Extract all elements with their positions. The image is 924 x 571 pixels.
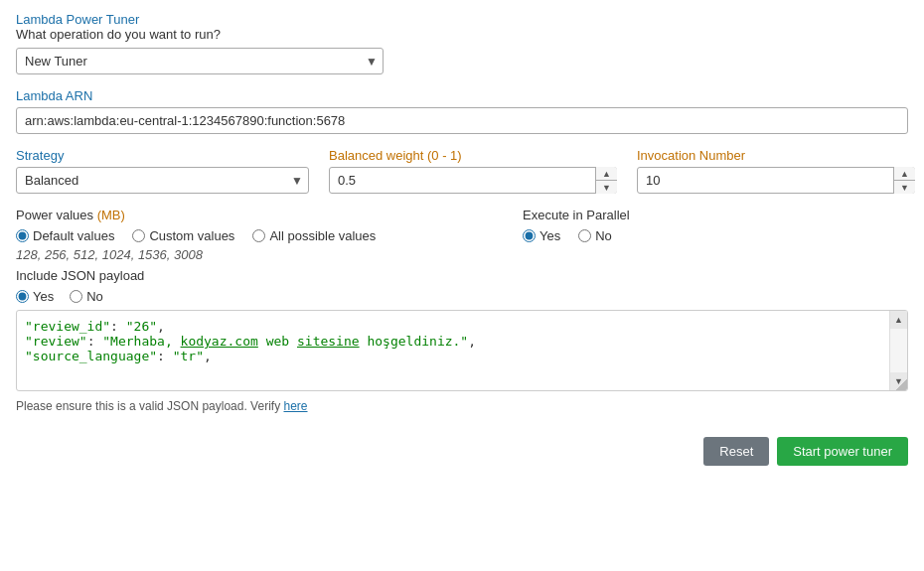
power-default-option[interactable]: Default values — [16, 228, 114, 243]
lambda-arn-label: Lambda ARN — [16, 88, 908, 103]
json-line-3: "source_language": "tr", — [25, 349, 879, 363]
json-no-option[interactable]: No — [70, 289, 103, 304]
balanced-weight-wrapper: ▲ ▼ — [329, 167, 617, 194]
power-all-label: All possible values — [269, 228, 376, 243]
power-values-section: Power values (MB) Default values Custom … — [16, 208, 483, 262]
scroll-up-button[interactable]: ▲ — [890, 311, 907, 329]
power-custom-radio[interactable] — [132, 229, 145, 242]
verify-text-container: Please ensure this is a valid JSON paylo… — [16, 399, 908, 413]
power-values-label: Power values (MB) — [16, 208, 483, 222]
invocation-number-col: Invocation Number ▲ ▼ — [637, 148, 915, 194]
invocation-number-label: Invocation Number — [637, 148, 915, 163]
power-all-option[interactable]: All possible values — [252, 228, 376, 243]
strategy-select[interactable]: Balanced Cost Speed — [16, 167, 309, 194]
strategy-select-wrapper: Balanced Cost Speed ▼ — [16, 167, 309, 194]
reset-button[interactable]: Reset — [703, 437, 769, 466]
balanced-spin-up[interactable]: ▲ — [596, 167, 617, 181]
start-power-tuner-button[interactable]: Start power tuner — [777, 437, 908, 466]
scroll-track — [890, 329, 907, 372]
json-key-review-id: "review_id" — [25, 319, 110, 334]
strategy-label: Strategy — [16, 148, 309, 163]
invocation-spinners: ▲ ▼ — [893, 167, 915, 194]
balanced-weight-input[interactable] — [329, 167, 617, 194]
app-title: Lambda Power Tuner — [16, 12, 139, 27]
power-default-label: Default values — [33, 228, 114, 243]
balanced-weight-col: Balanced weight (0 - 1) ▲ ▼ — [329, 148, 617, 194]
strategy-col: Strategy Balanced Cost Speed ▼ — [16, 148, 309, 194]
verify-message: Please ensure this is a valid JSON paylo… — [16, 399, 280, 413]
execute-parallel-label: Execute in Parallel — [523, 208, 908, 222]
balanced-spinners: ▲ ▼ — [595, 167, 617, 194]
json-key-source-lang: "source_language" — [25, 349, 157, 363]
json-no-radio[interactable] — [70, 290, 82, 303]
power-default-radio[interactable] — [16, 229, 29, 242]
lambda-arn-input[interactable] — [16, 107, 908, 134]
invocation-number-wrapper: ▲ ▼ — [637, 167, 915, 194]
balanced-weight-label: Balanced weight (0 - 1) — [329, 148, 617, 163]
power-values-radio-group: Default values Custom values All possibl… — [16, 228, 483, 243]
json-payload-radio-group: Yes No — [16, 289, 908, 304]
execute-no-label: No — [595, 228, 612, 243]
json-textarea-wrapper: "review_id": "26", "review": "Merhaba, k… — [16, 310, 908, 391]
operation-select-wrapper: New Tuner Existing Tuner ▼ — [16, 48, 384, 74]
power-defaults-text: 128, 256, 512, 1024, 1536, 3008 — [16, 247, 483, 262]
power-custom-option[interactable]: Custom values — [132, 228, 234, 243]
json-yes-radio[interactable] — [16, 290, 29, 303]
power-all-radio[interactable] — [252, 229, 265, 242]
json-payload-label: Include JSON payload — [16, 268, 908, 283]
execute-parallel-section: Execute in Parallel Yes No — [523, 208, 908, 247]
json-no-label: No — [86, 289, 103, 304]
json-val-source-lang: "tr" — [173, 349, 204, 363]
json-line-2: "review": "Merhaba, kodyaz.com web sites… — [25, 334, 879, 349]
bottom-buttons: Reset Start power tuner — [16, 429, 908, 466]
balanced-spin-down[interactable]: ▼ — [596, 181, 617, 194]
operation-select[interactable]: New Tuner Existing Tuner — [16, 48, 384, 74]
json-content: "review_id": "26", "review": "Merhaba, k… — [17, 311, 907, 390]
power-custom-label: Custom values — [149, 228, 234, 243]
execute-parallel-radio-group: Yes No — [523, 228, 908, 243]
execute-no-option[interactable]: No — [578, 228, 612, 243]
json-val-review: "Merhaba, kodyaz.com web sitesine hoşgel… — [102, 334, 468, 349]
json-val-review-id: "26" — [126, 319, 157, 334]
execute-yes-radio[interactable] — [523, 229, 536, 242]
json-key-review: "review" — [25, 334, 87, 349]
execute-yes-option[interactable]: Yes — [523, 228, 560, 243]
json-yes-option[interactable]: Yes — [16, 289, 54, 304]
resize-handle[interactable] — [895, 378, 907, 390]
json-line-1: "review_id": "26", — [25, 319, 879, 334]
invocation-spin-down[interactable]: ▼ — [894, 181, 915, 194]
json-yes-label: Yes — [33, 289, 54, 304]
execute-yes-label: Yes — [539, 228, 560, 243]
verify-link[interactable]: here — [283, 399, 307, 413]
operation-question: What operation do you want to run? — [16, 27, 908, 42]
invocation-number-input[interactable] — [637, 167, 915, 194]
execute-no-radio[interactable] — [578, 229, 591, 242]
power-values-unit: (MB) — [97, 208, 125, 222]
invocation-spin-up[interactable]: ▲ — [894, 167, 915, 181]
